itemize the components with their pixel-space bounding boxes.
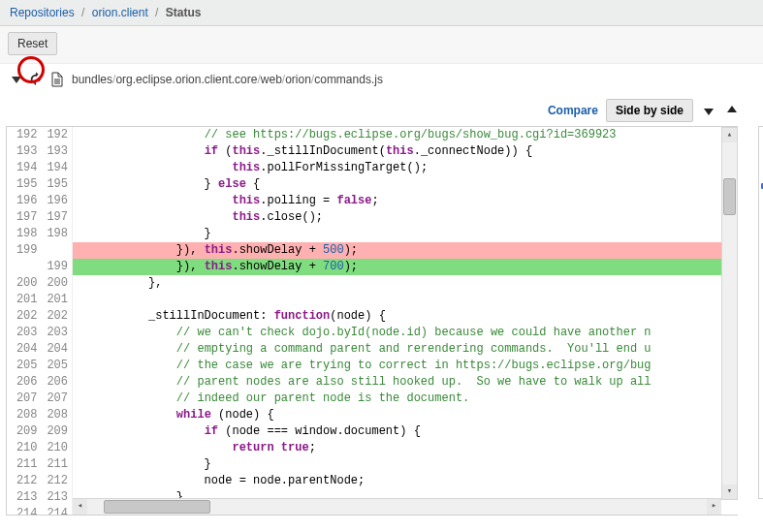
code-line: // emptying a command parent and rerende…: [73, 341, 738, 358]
code-line: }), this.showDelay + 500);: [73, 242, 738, 259]
breadcrumb: Repositories / orion.client / Status: [10, 6, 201, 19]
reset-button[interactable]: Reset: [8, 32, 57, 55]
breadcrumb-root[interactable]: Repositories: [10, 6, 75, 19]
scroll-up-button[interactable]: ▴: [722, 128, 737, 142]
prev-diff-icon[interactable]: [724, 103, 740, 118]
compare-bar: Compare Side by side: [0, 95, 763, 126]
code-line: this.pollForMissingTarget();: [73, 160, 738, 176]
code-line: this.polling = false;: [73, 193, 738, 209]
line-gutter: 1921921931931941941951951961961971971981…: [7, 127, 73, 515]
code-line: } else {: [73, 176, 738, 193]
code-line: // indeed our parent node is the documen…: [73, 391, 738, 407]
code-line: // the case we are trying to correct in …: [73, 358, 738, 374]
scroll-left-button[interactable]: ◂: [73, 499, 87, 515]
code-line: // parent nodes are also still hooked up…: [73, 374, 738, 391]
code-line: _stillInDocument: function(node) {: [73, 308, 738, 325]
next-diff-icon[interactable]: [701, 103, 716, 118]
code-line: // see https://bugs.eclipse.org/bugs/sho…: [73, 127, 738, 143]
toolbar: Reset: [0, 26, 763, 64]
code-line: // we can't check dojo.byId(node.id) bec…: [73, 325, 738, 341]
code-line: [73, 292, 738, 308]
code-line: },: [73, 275, 738, 292]
breadcrumb-bar: Repositories / orion.client / Status: [0, 0, 763, 26]
overview-ruler[interactable]: [758, 126, 763, 499]
scroll-down-button[interactable]: ▾: [722, 485, 737, 499]
side-by-side-button[interactable]: Side by side: [606, 99, 693, 122]
code-line: node = node.parentNode;: [73, 473, 738, 489]
file-icon: [50, 72, 64, 87]
code-content[interactable]: // see https://bugs.eclipse.org/bugs/sho…: [73, 127, 738, 515]
sync-icon[interactable]: [29, 72, 43, 87]
diff-viewer: 1921921931931941941951951961961971971981…: [6, 126, 738, 516]
expand-collapse-icon[interactable]: [12, 77, 21, 83]
vertical-scroll-thumb[interactable]: [723, 178, 736, 215]
code-line: }: [73, 226, 738, 242]
vertical-scrollbar[interactable]: ▴ ▾: [721, 127, 738, 500]
breadcrumb-page: Status: [166, 6, 202, 19]
code-line: if (node === window.document) {: [73, 423, 738, 440]
code-line: return true;: [73, 440, 738, 456]
code-line: this.close();: [73, 209, 738, 226]
horizontal-scroll-thumb[interactable]: [104, 500, 210, 514]
compare-link[interactable]: Compare: [548, 104, 598, 117]
code-line: while (node) {: [73, 407, 738, 423]
code-line: }), this.showDelay + 700);: [73, 259, 738, 275]
code-line: }: [73, 456, 738, 473]
file-row: bundles/org.eclipse.orion.client.core/we…: [0, 64, 763, 95]
breadcrumb-repo[interactable]: orion.client: [92, 6, 148, 19]
code-line: if (this._stillInDocument(this._connectN…: [73, 143, 738, 160]
scroll-right-button[interactable]: ▸: [707, 499, 721, 515]
horizontal-scrollbar[interactable]: ◂ ▸: [73, 498, 721, 515]
file-path: bundles/org.eclipse.orion.client.core/we…: [72, 73, 383, 86]
